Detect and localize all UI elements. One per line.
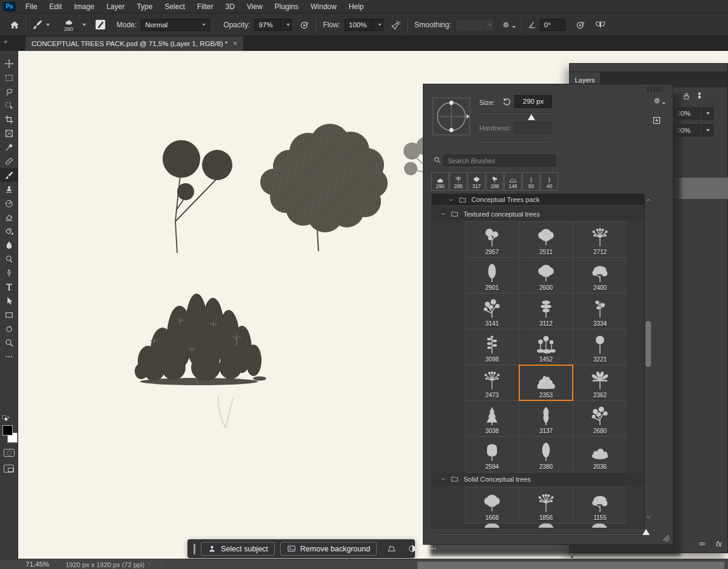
swap-colors-icon[interactable] bbox=[2, 415, 10, 423]
menu-item[interactable]: Help bbox=[343, 0, 370, 13]
layer-fill-dropdown[interactable] bbox=[702, 124, 713, 136]
group-solid-conceptual-trees[interactable]: Solid Conceptual trees bbox=[432, 473, 644, 485]
link-layers-icon[interactable] bbox=[697, 539, 707, 548]
brush-preset-picker[interactable]: 290 bbox=[58, 17, 79, 32]
search-brushes-input[interactable] bbox=[443, 155, 556, 166]
status-prev-icon[interactable]: 〈 bbox=[157, 561, 163, 569]
brush-preset-cell[interactable]: 2594 bbox=[465, 437, 519, 472]
preview-size-slider-thumb[interactable] bbox=[642, 529, 650, 535]
smoothing-options-gear-icon[interactable] bbox=[501, 20, 511, 30]
panel-resize-grip[interactable] bbox=[662, 534, 670, 542]
blend-mode-select[interactable]: Normal bbox=[141, 19, 210, 31]
preview-size-slider-track[interactable] bbox=[434, 533, 641, 534]
opacity-field[interactable]: 97% bbox=[254, 19, 281, 31]
brush-preset-cell[interactable]: 2712 bbox=[573, 222, 627, 257]
brush-preset-cell[interactable]: 2957 bbox=[465, 222, 519, 257]
brush-preset-cell[interactable]: 1452 bbox=[519, 329, 573, 365]
lock-icon[interactable] bbox=[682, 92, 691, 101]
menu-item[interactable]: Layer bbox=[100, 0, 130, 13]
brush-preset-cell[interactable]: 2680 bbox=[573, 401, 627, 436]
select-subject-button[interactable]: Select subject bbox=[201, 542, 275, 556]
tool-button[interactable] bbox=[0, 280, 18, 294]
recent-brush-cell[interactable]: 288 bbox=[486, 172, 504, 190]
brush-preset-cell[interactable]: 1668 bbox=[465, 488, 519, 523]
brush-preset-cell[interactable]: 1856 bbox=[519, 488, 573, 523]
tool-button[interactable] bbox=[0, 154, 18, 168]
tool-button[interactable] bbox=[0, 182, 18, 196]
tool-button[interactable] bbox=[0, 224, 18, 238]
selected-layer-row[interactable] bbox=[671, 178, 728, 199]
menu-item[interactable]: Type bbox=[130, 0, 158, 13]
brush-preset-cell[interactable]: 3141 bbox=[465, 294, 519, 329]
tool-button[interactable] bbox=[0, 335, 18, 349]
tool-button[interactable] bbox=[0, 349, 18, 363]
tool-button[interactable] bbox=[0, 238, 18, 252]
menu-item[interactable]: Image bbox=[68, 0, 100, 13]
layer-opacity-field[interactable]: 00% bbox=[674, 107, 701, 120]
tool-button[interactable] bbox=[0, 168, 18, 182]
panel-settings-gear-icon[interactable] bbox=[652, 96, 662, 106]
size-slider-track[interactable] bbox=[479, 112, 550, 113]
brush-preset-cell[interactable]: 2362 bbox=[573, 365, 627, 400]
foreground-color-swatch[interactable] bbox=[2, 425, 13, 436]
fill-lock-icon[interactable] bbox=[695, 90, 704, 101]
brush-preset-cell[interactable]: 2380 bbox=[519, 437, 573, 472]
menu-item[interactable]: Filter bbox=[191, 0, 220, 13]
scroll-up-icon[interactable] bbox=[645, 197, 652, 203]
flow-dropdown-button[interactable] bbox=[372, 19, 383, 31]
tool-button[interactable] bbox=[0, 84, 18, 98]
tool-button[interactable] bbox=[0, 140, 18, 154]
menu-item[interactable]: 3D bbox=[219, 0, 240, 13]
scroll-down-icon[interactable] bbox=[645, 514, 652, 520]
toggle-brush-settings-icon[interactable] bbox=[94, 18, 107, 31]
brush-preset-cell[interactable]: 3334 bbox=[573, 294, 627, 329]
layer-fill-field[interactable]: 00% bbox=[674, 124, 701, 136]
tool-button[interactable] bbox=[0, 322, 18, 335]
size-slider-thumb[interactable] bbox=[528, 114, 535, 120]
recent-brush-cell[interactable]: 285 bbox=[450, 172, 467, 190]
menu-item[interactable]: Edit bbox=[43, 0, 68, 13]
brush-tip-preview[interactable] bbox=[433, 98, 470, 135]
menu-item[interactable]: Plugins bbox=[269, 0, 305, 13]
tool-button[interactable] bbox=[0, 308, 18, 322]
tool-button[interactable] bbox=[0, 56, 18, 70]
chevron-down-icon[interactable] bbox=[83, 24, 86, 26]
screen-mode-button[interactable] bbox=[4, 465, 14, 473]
brush-preset-cell[interactable]: 3038 bbox=[465, 401, 519, 436]
tool-button[interactable] bbox=[0, 266, 18, 280]
brush-preset-cell[interactable]: 2473 bbox=[465, 365, 519, 400]
toolbar-collapse-button[interactable]: » bbox=[0, 36, 18, 51]
group-conceptual-trees-pack[interactable]: Conceptual Trees pack bbox=[432, 194, 644, 205]
brush-preset-cell[interactable]: 2901 bbox=[465, 258, 519, 293]
menu-item[interactable]: Window bbox=[305, 0, 343, 13]
layer-effects-button[interactable]: fx bbox=[716, 539, 722, 548]
airbrush-icon[interactable] bbox=[390, 19, 402, 30]
pressure-opacity-icon[interactable] bbox=[299, 19, 310, 30]
brush-angle-field[interactable]: 0° bbox=[540, 19, 565, 31]
tool-button[interactable] bbox=[0, 252, 18, 266]
recent-brush-cell[interactable]: 50 bbox=[522, 172, 540, 190]
tool-button[interactable] bbox=[0, 210, 18, 224]
tool-button[interactable] bbox=[0, 70, 18, 84]
more-options-icon[interactable] bbox=[428, 544, 437, 553]
tool-button[interactable] bbox=[0, 294, 18, 308]
brush-preset-cell[interactable]: 2600 bbox=[519, 258, 573, 293]
brush-preset-cell[interactable]: 3098 bbox=[465, 329, 519, 365]
panel-chrome[interactable] bbox=[570, 64, 727, 72]
taskbar-drag-handle[interactable] bbox=[194, 544, 195, 554]
brush-list-scrollbar[interactable] bbox=[645, 321, 651, 367]
tool-button[interactable] bbox=[0, 196, 18, 210]
tool-button[interactable] bbox=[0, 126, 18, 140]
recent-brush-cell[interactable]: 317 bbox=[468, 172, 485, 190]
close-icon[interactable]: × bbox=[233, 39, 237, 48]
tool-button[interactable] bbox=[0, 98, 18, 112]
recent-brush-cell[interactable]: 40 bbox=[541, 172, 558, 190]
brush-tool-icon[interactable] bbox=[32, 19, 43, 30]
group-textured-conceptual-trees[interactable]: Textured conceptual trees bbox=[432, 207, 644, 220]
brush-preset-cell[interactable]: 2400 bbox=[573, 258, 627, 293]
menu-item[interactable]: Select bbox=[158, 0, 190, 13]
menu-item[interactable]: File bbox=[19, 0, 43, 13]
zoom-level-field[interactable]: 71,45% bbox=[25, 561, 49, 568]
document-tab[interactable]: CONCEPTUAL TREES PACK.psd @ 71,5% (Layer… bbox=[25, 36, 243, 51]
brush-preset-cell[interactable]: 3137 bbox=[519, 401, 573, 436]
